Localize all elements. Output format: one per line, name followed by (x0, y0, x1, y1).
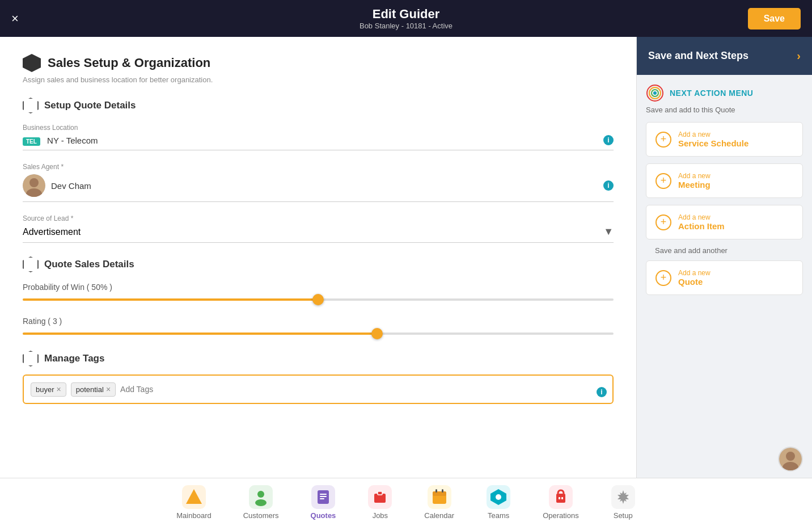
nav-item-setup[interactable]: Setup (595, 485, 652, 520)
save-next-chevron-icon: › (797, 49, 801, 62)
add-meeting-icon: + (655, 173, 671, 189)
svg-point-1 (29, 178, 39, 187)
nav-item-operations[interactable]: Operations (527, 485, 595, 520)
business-location-field: Business Location TEL NY - Telecom i (23, 124, 614, 150)
rating-fill (23, 333, 377, 335)
action-card-quote[interactable]: + Add a new Quote (646, 260, 803, 295)
app-header: × Edit Guider Bob Stanley - 10181 - Acti… (0, 0, 812, 37)
nav-label-teams: Teams (488, 511, 509, 520)
tag-remove-potential[interactable]: × (106, 385, 111, 393)
teams-icon (487, 485, 510, 509)
source-of-lead-dropdown[interactable]: Advertisement ▼ (23, 226, 614, 243)
action-item-text: Add a new Action Item (678, 213, 725, 231)
sales-agent-value[interactable]: Dev Cham i (23, 174, 614, 202)
add-action-item-icon: + (655, 214, 671, 230)
tag-label-buyer: buyer (36, 385, 54, 394)
svg-rect-24 (561, 497, 563, 499)
tags-input-box[interactable]: buyer × potential × i (23, 374, 614, 404)
nav-item-calendar[interactable]: Calendar (408, 485, 470, 520)
probability-slider[interactable] (23, 298, 614, 301)
tags-hexagon-icon (23, 351, 39, 367)
sales-agent-field: Sales Agent * Dev Cham i (23, 163, 614, 202)
calendar-icon (428, 485, 451, 509)
service-schedule-text: Add a new Service Schedule (678, 131, 748, 148)
nav-label-customers: Customers (243, 511, 279, 520)
jobs-icon (368, 485, 392, 509)
save-next-button[interactable]: Save and Next Steps › (637, 37, 812, 75)
svg-rect-19 (442, 489, 443, 493)
source-of-lead-value: Advertisement (23, 227, 81, 237)
tag-label-potential: potential (76, 385, 104, 394)
next-action-header: NEXT ACTION MENU (646, 84, 803, 102)
setup-icon (611, 485, 635, 509)
svg-point-6 (653, 91, 657, 95)
page-title: Edit Guider (360, 7, 452, 22)
rating-thumb[interactable] (371, 328, 383, 339)
agent-field-content: Dev Cham (23, 174, 91, 197)
meeting-text: Add a new Meeting (678, 172, 710, 190)
nav-label-quotes: Quotes (311, 511, 336, 520)
action-item-name-label: Action Item (678, 221, 725, 231)
mainboard-icon (182, 485, 206, 509)
nav-item-teams[interactable]: Teams (470, 485, 527, 520)
sales-agent-name: Dev Cham (51, 181, 91, 191)
add-service-schedule-icon: + (655, 132, 671, 148)
quote-add-label: Add a new (678, 269, 710, 277)
operations-icon (549, 485, 573, 509)
tags-info-icon[interactable]: i (597, 387, 607, 397)
manage-tags-section: Manage Tags buyer × potential × i (23, 351, 614, 404)
business-location-label: Business Location (23, 124, 614, 132)
meeting-add-label: Add a new (678, 172, 710, 180)
setup-quote-icon (23, 98, 39, 113)
sales-agent-info-icon[interactable]: i (603, 180, 614, 191)
setup-quote-title: Setup Quote Details (44, 100, 136, 111)
user-avatar-corner[interactable] (778, 447, 803, 472)
svg-point-27 (786, 452, 795, 461)
nav-item-customers[interactable]: Customers (227, 485, 295, 520)
main-section-title: Sales Setup & Organization (48, 56, 210, 70)
svg-rect-22 (556, 494, 565, 503)
action-card-service-schedule[interactable]: + Add a new Service Schedule (646, 122, 803, 157)
meeting-name-label: Meeting (678, 180, 710, 190)
probability-slider-row: Probability of Win ( 50% ) (23, 283, 614, 301)
svg-point-9 (255, 499, 267, 506)
service-schedule-add-label: Add a new (678, 131, 748, 138)
nav-label-jobs: Jobs (373, 511, 388, 520)
rating-slider-row: Rating ( 3 ) (23, 317, 614, 335)
sales-agent-label: Sales Agent * (23, 163, 614, 171)
svg-rect-23 (559, 497, 560, 499)
rating-slider[interactable] (23, 333, 614, 335)
nav-label-calendar: Calendar (424, 511, 454, 520)
nav-label-mainboard: Mainboard (176, 511, 211, 520)
tags-title-row: Manage Tags (23, 351, 614, 367)
tag-input[interactable] (120, 385, 219, 394)
nav-item-quotes[interactable]: Quotes (295, 485, 352, 520)
tag-remove-buyer[interactable]: × (57, 385, 61, 393)
save-add-another-label: Save and add another (646, 246, 803, 255)
svg-rect-13 (320, 498, 324, 499)
svg-rect-17 (433, 491, 446, 496)
close-button[interactable]: × (11, 11, 19, 26)
left-panel: Sales Setup & Organization Assign sales … (0, 37, 636, 478)
quote-sales-title: Quote Sales Details (44, 259, 134, 270)
action-card-meeting[interactable]: + Add a new Meeting (646, 163, 803, 198)
quote-sales-subsection: Quote Sales Details (23, 256, 614, 272)
business-location-value[interactable]: TEL NY - Telecom i (23, 135, 614, 150)
business-location-info-icon[interactable]: i (603, 135, 614, 145)
probability-thumb[interactable] (312, 294, 324, 305)
save-button[interactable]: Save (748, 8, 801, 30)
section-hexagon-icon (23, 54, 41, 72)
source-of-lead-label: Source of Lead * (23, 214, 614, 222)
section-header: Sales Setup & Organization (23, 54, 614, 72)
tel-badge: TEL (23, 137, 40, 146)
probability-fill (23, 298, 318, 301)
nav-item-mainboard[interactable]: Mainboard (160, 485, 227, 520)
nav-item-jobs[interactable]: Jobs (352, 485, 408, 520)
quote-text: Add a new Quote (678, 269, 710, 287)
source-of-lead-field: Source of Lead * Advertisement ▼ (23, 214, 614, 243)
action-card-action-item[interactable]: + Add a new Action Item (646, 205, 803, 239)
svg-rect-18 (435, 489, 437, 493)
svg-rect-11 (320, 494, 327, 495)
page-subtitle: Bob Stanley - 10181 - Active (360, 22, 452, 30)
probability-label: Probability of Win ( 50% ) (23, 283, 614, 292)
